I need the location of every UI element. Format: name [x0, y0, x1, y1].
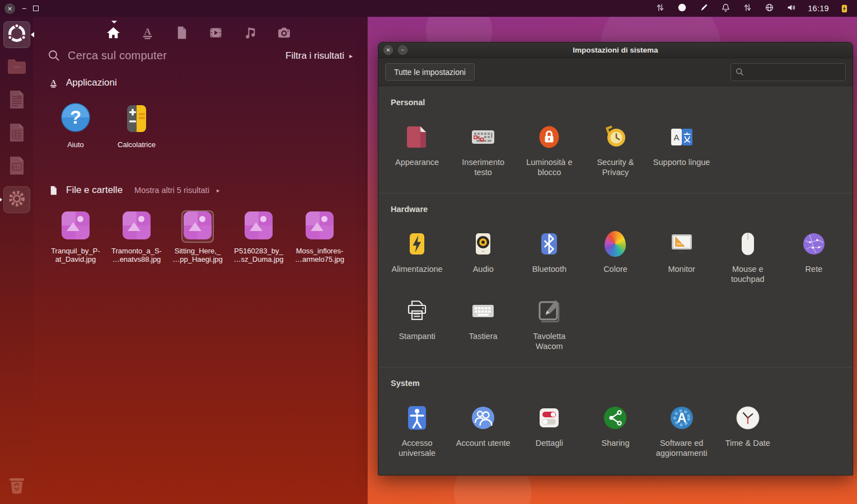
settings-toolbar: Tutte le impostazioni	[378, 58, 853, 86]
launcher-item-files[interactable]	[3, 54, 30, 81]
filter-results-button[interactable]: Filtra i risultati ▸	[285, 50, 353, 62]
tray-item-0[interactable]	[655, 3, 665, 13]
displays-icon	[668, 230, 695, 257]
show-more-results-button[interactable]: Mostra altri 5 risultati	[134, 186, 209, 195]
dash-tab-photos[interactable]	[276, 26, 292, 41]
dash-overlay: A Cerca sul computer Filtra i risultati …	[34, 17, 368, 504]
wacom-icon	[536, 298, 563, 324]
dash-tab-applications[interactable]: A	[139, 26, 155, 41]
section-personal: Personal Appearance Inserimento testo Lu…	[378, 87, 853, 177]
launcher-item-writer[interactable]	[3, 87, 30, 114]
tray-item-2[interactable]	[699, 3, 709, 13]
settings-search-input[interactable]	[748, 68, 837, 76]
dash-file-moss[interactable]: Moss_inflores-…armelo75.jpg	[292, 210, 348, 263]
settings-item-luminosita-blocco[interactable]: Luminosità e blocco	[516, 124, 582, 177]
sharing-icon	[602, 404, 629, 431]
launcher-item-calc[interactable]	[3, 120, 30, 147]
system-settings-icon	[6, 187, 28, 212]
chevron-right-icon: ▸	[349, 52, 353, 60]
lens-music-icon	[242, 25, 257, 43]
settings-item-monitor[interactable]: Monitor	[649, 230, 715, 284]
files-results: Tranquil_by_P-at_David.jpg Tramonto_a_S-…	[34, 196, 367, 263]
software-updates-icon: A	[668, 404, 695, 431]
tray-item-6[interactable]	[786, 3, 796, 13]
updown-arrows-icon	[743, 3, 752, 15]
security-privacy-icon	[602, 124, 629, 150]
desktop: × − 16:19 A Cerca sul computer Filtra i …	[0, 0, 857, 504]
settings-item-appearance[interactable]: Appearance	[384, 124, 450, 177]
close-icon[interactable]: ×	[4, 3, 15, 14]
trash-icon	[6, 474, 28, 498]
dash-tab-music[interactable]	[242, 26, 257, 41]
mouse-icon	[734, 230, 761, 257]
launcher-item-impress[interactable]	[3, 153, 30, 180]
universal-access-icon	[404, 404, 430, 431]
dash-result-aiuto[interactable]: ? Aiuto	[48, 101, 104, 149]
applications-section-header: A Applicazioni	[48, 77, 353, 88]
files-lens-icon	[48, 185, 59, 196]
power-icon[interactable]	[839, 3, 849, 13]
dash-tab-home[interactable]	[105, 26, 121, 41]
settings-item-time-date[interactable]: Time & Date	[715, 404, 781, 458]
tray-item-3[interactable]	[720, 3, 730, 13]
launcher-item-settings[interactable]	[3, 186, 30, 213]
settings-item-stampanti[interactable]: Stampanti	[384, 298, 450, 351]
launcher-item-trash[interactable]	[3, 473, 30, 500]
settings-item-software-aggiornamenti[interactable]: A Software ed aggiornamenti	[649, 404, 715, 458]
dash-search-bar: Cerca sul computer Filtra i risultati ▸	[48, 49, 353, 62]
text-entry-icon	[470, 124, 497, 150]
dash-result-calcolatrice[interactable]: Calcolatrice	[109, 101, 165, 149]
dash-tab-video[interactable]	[208, 26, 223, 41]
settings-item-security-privacy[interactable]: Security & Privacy	[582, 124, 648, 177]
maximize-icon[interactable]	[33, 6, 39, 11]
settings-item-inserimento-testo[interactable]: Inserimento testo	[450, 124, 516, 177]
dash-home-button[interactable]	[3, 21, 30, 48]
settings-item-bluetooth[interactable]: Bluetooth	[516, 230, 582, 284]
settings-item-audio[interactable]: Audio	[450, 230, 516, 284]
settings-item-accesso-universale[interactable]: Accesso universale	[384, 404, 450, 458]
applications-lens-icon: A	[48, 78, 59, 88]
settings-item-tavoletta-wacom[interactable]: Tavoletta Wacom	[516, 298, 582, 351]
dash-tab-files[interactable]	[174, 26, 189, 41]
search-input[interactable]: Cerca sul computer	[68, 49, 167, 62]
settings-item-mouse-touchpad[interactable]: Mouse e touchpad	[715, 230, 781, 284]
dash-file-sitting-here[interactable]: Sitting_Here,_…pp_Haegi.jpg	[170, 210, 226, 263]
dash-file-tranquil[interactable]: Tranquil_by_P-at_David.jpg	[48, 210, 104, 263]
tray-item-4[interactable]	[742, 3, 752, 13]
pencil-icon	[699, 3, 709, 15]
color-icon	[602, 230, 629, 257]
settings-item-sharing[interactable]: Sharing	[582, 404, 648, 458]
tray-item-1[interactable]	[677, 3, 687, 13]
settings-item-alimentazione[interactable]: Alimentazione	[384, 230, 450, 284]
minimize-icon[interactable]: −	[22, 4, 26, 13]
settings-item-tastiera[interactable]: Tastiera	[450, 298, 516, 351]
system-settings-window: ✕ − Impostazioni di sistema Tutte le imp…	[378, 42, 853, 475]
window-controls: × −	[0, 3, 56, 14]
settings-item-account-utente[interactable]: Account utente	[450, 404, 516, 458]
updown-arrows-icon	[655, 3, 665, 15]
svg-text:?: ?	[70, 107, 81, 128]
keyboard-icon	[470, 298, 497, 324]
settings-item-dettagli[interactable]: Dettagli	[516, 404, 582, 458]
lens-apps-icon: A	[140, 25, 155, 43]
help-app-icon: ?	[58, 101, 93, 136]
settings-item-rete[interactable]: Rete	[781, 230, 847, 284]
image-file-icon	[183, 211, 212, 242]
lens-photos-icon	[277, 25, 292, 43]
settings-item-supporto-lingue[interactable]: A Supporto lingue	[649, 124, 715, 177]
applications-results: ? Aiuto Calcolatrice	[34, 88, 367, 149]
dash-file-tramonto[interactable]: Tramonto_a_S-…enatvs88.jpg	[109, 210, 165, 263]
bluetooth-icon	[536, 230, 563, 257]
files-section-header: File e cartelle Mostra altri 5 risultati…	[48, 185, 353, 196]
settings-search-field[interactable]	[730, 63, 846, 81]
all-settings-button[interactable]: Tutte le impostazioni	[385, 63, 475, 81]
dash-file-p5160283[interactable]: P5160283_by_…sz_Duma.jpg	[231, 210, 287, 263]
search-icon	[736, 68, 744, 76]
settings-item-colore[interactable]: Colore	[582, 230, 648, 284]
clock[interactable]: 16:19	[808, 4, 829, 13]
tray-item-5[interactable]	[764, 3, 774, 13]
search-icon	[48, 49, 60, 62]
launcher	[0, 17, 34, 504]
image-file-icon	[122, 211, 151, 242]
section-system: System Accesso universale Account utente…	[378, 367, 853, 458]
